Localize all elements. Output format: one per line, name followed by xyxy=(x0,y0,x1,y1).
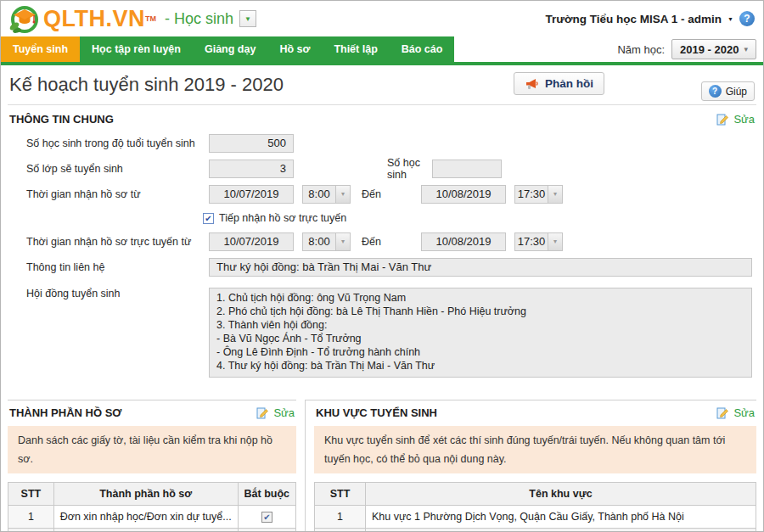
edit-icon xyxy=(716,406,729,419)
receive-from-date-input[interactable]: 10/07/2019 xyxy=(209,185,294,204)
megaphone-icon xyxy=(525,77,539,91)
account-menu[interactable]: Trường Tiểu học MISA 1 - admin xyxy=(545,13,722,25)
col-header-area-name: Tên khu vực xyxy=(366,483,756,506)
dossier-section-head: THÀNH PHẦN HỒ SƠ Sửa xyxy=(8,405,296,426)
tab-giang-day[interactable]: Giảng dạy xyxy=(193,36,267,62)
receive-period-label: Thời gian nhận hồ sơ từ xyxy=(26,188,209,200)
page-title: Kế hoạch tuyển sinh 2019 - 2020 xyxy=(9,65,755,104)
feedback-button[interactable]: Phản hồi xyxy=(514,72,604,95)
to-label: Đến xyxy=(362,236,421,248)
row-stt: 1 xyxy=(315,506,366,529)
chevron-down-icon: ▼ xyxy=(244,15,251,23)
contact-label: Thông tin liên hệ xyxy=(26,261,209,273)
table-row: 1 Đơn xin nhập học/Đơn xin dự tuyể... ✔ xyxy=(8,506,296,529)
class-count-label: Số lớp sẽ tuyển sinh xyxy=(26,163,209,175)
area-section-title: KHU VỰC TUYỂN SINH xyxy=(316,406,437,419)
online-checkbox[interactable]: ✔ xyxy=(203,213,214,224)
col-header-required: Bắt buộc xyxy=(238,483,295,506)
age-input[interactable]: 500 xyxy=(209,134,294,153)
form-row: Thời gian nhận hồ sơ trực tuyến từ 10/07… xyxy=(1,229,763,255)
table-row-partial xyxy=(8,529,296,532)
chevron-down-icon: ▾ xyxy=(548,186,562,203)
form-row: Thông tin liên hệ Thư ký hội đồng: bà Tr… xyxy=(1,255,763,280)
online-from-date-input[interactable]: 10/07/2019 xyxy=(209,232,294,251)
student-count-input[interactable] xyxy=(432,160,502,178)
time-value: 8:00 xyxy=(303,186,335,203)
online-to-time-select[interactable]: 17:30 ▾ xyxy=(514,232,563,251)
council-label: Hội đồng tuyển sinh xyxy=(26,288,209,300)
dossier-section: THÀNH PHẦN HỒ SƠ Sửa Danh sách các giấy … xyxy=(8,400,296,532)
chevron-down-icon: ▾ xyxy=(744,45,748,53)
chevron-down-icon: ▾ xyxy=(335,186,350,203)
general-section-title: THÔNG TIN CHUNG xyxy=(9,113,114,126)
table-row: 1 Khu vực 1 Phường Dịch Vọng, Quận Cầu G… xyxy=(315,506,756,529)
receive-from-time-select[interactable]: 8:00 ▾ xyxy=(302,185,351,204)
col-header-stt: STT xyxy=(315,483,366,506)
general-edit-link[interactable]: Sửa xyxy=(716,113,755,126)
chevron-down-icon[interactable]: ▼ xyxy=(727,16,733,22)
app-logo-icon xyxy=(9,3,40,34)
col-header-name: Thành phần hồ sơ xyxy=(53,483,238,506)
help-icon[interactable]: ? xyxy=(739,11,755,26)
module-dropdown-button[interactable]: ▼ xyxy=(239,10,256,27)
check-icon: ✔ xyxy=(205,214,211,223)
general-section-head: THÔNG TIN CHUNG Sửa xyxy=(1,105,763,131)
tab-ho-so[interactable]: Hồ sơ xyxy=(267,36,322,62)
required-checkbox[interactable]: ✔ xyxy=(261,512,272,523)
tab-tuyen-sinh[interactable]: Tuyển sinh xyxy=(1,36,80,62)
table-header-row: STT Tên khu vực xyxy=(315,483,756,506)
tab-bao-cao[interactable]: Báo cáo xyxy=(390,36,455,62)
school-year-label: Năm học: xyxy=(617,43,665,56)
row-required-cell: ✔ xyxy=(238,506,295,529)
online-period-label: Thời gian nhận hồ sơ trực tuyến từ xyxy=(26,236,209,248)
dossier-section-title: THÀNH PHẦN HỒ SƠ xyxy=(9,406,121,419)
form-row: Số lớp sẽ tuyển sinh 3 Số học sinh xyxy=(1,156,763,182)
online-to-date-input[interactable]: 10/08/2019 xyxy=(421,232,506,251)
row-name: Khu vực 1 Phường Dịch Vọng, Quận Cầu Giấ… xyxy=(366,506,756,529)
table-row-partial xyxy=(315,529,756,532)
page-title-row: Kế hoạch tuyển sinh 2019 - 2020 Phản hồi… xyxy=(1,65,763,104)
logo-trademark: TM xyxy=(145,14,156,23)
to-label: Đến xyxy=(362,188,421,200)
time-value: 17:30 xyxy=(515,186,548,203)
help-button[interactable]: ? Giúp xyxy=(701,81,755,101)
edit-icon xyxy=(256,406,269,419)
receive-to-date-input[interactable]: 10/08/2019 xyxy=(421,185,506,204)
time-value: 8:00 xyxy=(303,233,335,250)
contact-input[interactable]: Thư ký hội đồng: bà Trần Thị Mai - Văn T… xyxy=(209,258,752,277)
edit-icon xyxy=(716,113,729,126)
council-textarea[interactable]: 1. Chủ tịch hội đồng: ông Vũ Trọng Nam 2… xyxy=(209,288,752,378)
question-circle-icon: ? xyxy=(709,85,722,98)
area-table: STT Tên khu vực 1 Khu vực 1 Phường Dịch … xyxy=(314,482,756,532)
school-year-group: Năm học: 2019 - 2020 ▾ xyxy=(617,36,756,62)
area-edit-label: Sửa xyxy=(733,406,755,419)
row-name: Đơn xin nhập học/Đơn xin dự tuyể... xyxy=(53,506,238,529)
logo-text: QLTH.VN xyxy=(43,6,145,32)
table-header-row: STT Thành phần hồ sơ Bắt buộc xyxy=(8,483,296,506)
feedback-button-label: Phản hồi xyxy=(545,77,593,90)
tab-hoc-tap-ren-luyen[interactable]: Học tập rèn luyện xyxy=(80,36,193,62)
time-value: 17:30 xyxy=(515,233,548,250)
form-row: Số học sinh trong độ tuổi tuyển sinh 500 xyxy=(1,131,763,156)
row-stt: 1 xyxy=(8,506,54,529)
chevron-down-icon: ▾ xyxy=(335,233,350,250)
col-header-stt: STT xyxy=(8,483,54,506)
school-year-select[interactable]: 2019 - 2020 ▾ xyxy=(671,39,756,59)
area-edit-link[interactable]: Sửa xyxy=(716,406,755,419)
general-edit-label: Sửa xyxy=(733,113,755,126)
check-icon: ✔ xyxy=(263,512,270,522)
dossier-table: STT Thành phần hồ sơ Bắt buộc 1 Đơn xin … xyxy=(8,482,296,532)
dossier-info-text: Danh sách các giấy tờ, tài liệu cần kiểm… xyxy=(8,426,296,473)
bottom-sections: THÀNH PHẦN HỒ SƠ Sửa Danh sách các giấy … xyxy=(1,400,763,532)
dossier-edit-label: Sửa xyxy=(273,406,295,419)
receive-to-time-select[interactable]: 17:30 ▾ xyxy=(514,185,563,204)
header-right: Trường Tiểu học MISA 1 - admin ▼ ? xyxy=(545,11,755,26)
age-label: Số học sinh trong độ tuổi tuyển sinh xyxy=(26,137,209,149)
dossier-edit-link[interactable]: Sửa xyxy=(256,406,295,419)
area-section-head: KHU VỰC TUYỂN SINH Sửa xyxy=(314,405,756,426)
tab-thiet-lap[interactable]: Thiết lập xyxy=(322,36,389,62)
form-row: Thời gian nhận hồ sơ từ 10/07/2019 8:00 … xyxy=(1,182,763,207)
class-count-input[interactable]: 3 xyxy=(209,160,294,178)
area-info-text: Khu vực tuyển sinh để xét các thí sinh đ… xyxy=(314,426,756,473)
online-from-time-select[interactable]: 8:00 ▾ xyxy=(302,232,351,251)
